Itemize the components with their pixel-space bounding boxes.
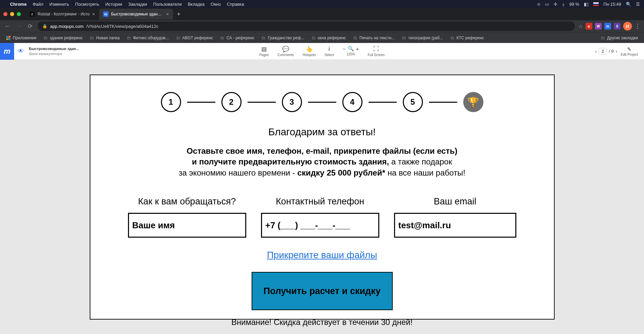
hotspots-button[interactable]: 👆Hotspots xyxy=(303,46,316,57)
hotspots-icon: 👆 xyxy=(306,46,313,52)
zoom-control[interactable]: −🔍+ 125% xyxy=(343,46,359,56)
trophy-icon: 🏆 xyxy=(467,97,479,108)
mac-menu-item[interactable]: Посмотреть xyxy=(75,2,99,7)
mac-menu-item[interactable]: Справка xyxy=(227,2,244,7)
reload-button[interactable]: ⟳ xyxy=(26,23,34,30)
status-icon[interactable]: ⎋ xyxy=(538,2,540,7)
wifi-icon[interactable]: ⏚ xyxy=(562,2,565,7)
clock[interactable]: Пн 15:49 xyxy=(603,2,621,7)
mac-menu-item[interactable]: Пользователи xyxy=(153,2,182,7)
zoom-in-icon[interactable]: + xyxy=(356,46,359,52)
flag-ru-icon[interactable] xyxy=(593,2,599,6)
extension-icon[interactable]: S xyxy=(614,23,620,30)
bookmark-folder[interactable]: 🗀ABGT референс xyxy=(174,34,216,42)
bookmark-folder[interactable]: 🗀окна референс xyxy=(309,34,349,42)
select-button[interactable]: ᎥSelect xyxy=(325,46,334,57)
submit-button[interactable]: Получить расчет и скидку xyxy=(252,272,393,310)
url-path: /VNdAcUe6TK/view/page/a604a412c xyxy=(86,24,159,29)
name-input[interactable] xyxy=(128,213,246,238)
form-row: Как к вам обращаться? Контактный телефон… xyxy=(90,196,554,238)
pages-button[interactable]: ▤Pages xyxy=(259,46,269,57)
close-tab-icon[interactable]: × xyxy=(92,11,95,17)
close-tab-icon[interactable]: × xyxy=(166,11,169,17)
minimize-window-icon[interactable] xyxy=(10,12,14,16)
favicon-icon: r xyxy=(30,11,35,17)
bookmark-folder[interactable]: 🗀Гражданство реф... xyxy=(259,34,307,42)
other-bookmarks[interactable]: 🗀Другие закладки xyxy=(598,34,641,42)
step-final-circle: 🏆 xyxy=(463,92,483,112)
preview-mode-icon[interactable]: 👁 xyxy=(14,48,28,55)
zoom-level: 125% xyxy=(346,52,355,56)
mac-menu-app[interactable]: Chrome xyxy=(10,2,27,7)
extension-icon[interactable]: ⎋ xyxy=(586,23,592,30)
maximize-window-icon[interactable] xyxy=(17,12,21,16)
zoom-out-icon[interactable]: − xyxy=(343,46,346,52)
bookmark-folder[interactable]: 🗀здания референс xyxy=(41,34,85,42)
folder-icon: 🗀 xyxy=(176,36,180,40)
mac-menu-item[interactable]: Файл xyxy=(33,2,43,7)
lock-icon: 🔒 xyxy=(42,24,47,29)
mockup-frame: 1 2 3 4 5 🏆 Благодарим за ответы! Оставь… xyxy=(90,75,555,320)
bookmark-label: Другие закладки xyxy=(607,36,638,40)
edit-project-button[interactable]: ✎ Edit Project xyxy=(621,46,638,56)
folder-icon: 🗀 xyxy=(262,36,266,40)
bluetooth-icon[interactable]: ✢ xyxy=(554,2,557,7)
bookmark-folder[interactable]: 🗀КТС референс xyxy=(448,34,487,42)
attach-link[interactable]: Прикрепите ваши файлы xyxy=(267,250,377,260)
spotlight-icon[interactable]: 🔍 xyxy=(626,2,631,7)
next-page-button[interactable]: › xyxy=(616,48,617,54)
page-current-input[interactable] xyxy=(599,48,607,55)
bookmark-folder[interactable]: 🗀Новая папка xyxy=(87,34,122,42)
project-title: Быстровозводимые здан... xyxy=(29,46,79,51)
subtext-plain: на все наши работы! xyxy=(385,168,466,177)
new-tab-button[interactable]: + xyxy=(173,11,185,18)
address-field[interactable]: 🔒 app.moqups.com/VNdAcUe6TK/view/page/a6… xyxy=(38,21,575,31)
fullscreen-button[interactable]: ⛶Full Screen xyxy=(368,46,385,57)
folder-icon: 🗀 xyxy=(312,36,316,40)
bookmark-folder[interactable]: 🗀Фитнес оборудов... xyxy=(124,34,171,42)
step-connector xyxy=(187,102,215,103)
phone-input[interactable] xyxy=(261,213,379,238)
app-logo[interactable]: m xyxy=(0,43,14,60)
pencil-icon: ✎ xyxy=(627,46,632,52)
comments-button[interactable]: 💬Comments xyxy=(277,46,294,57)
folder-icon: 🗀 xyxy=(353,36,357,40)
mac-menu-item[interactable]: История xyxy=(105,2,122,7)
email-input[interactable] xyxy=(394,213,516,238)
bookmark-folder[interactable]: 🗀СА - референс xyxy=(218,34,257,42)
battery-percent: 99 % xyxy=(569,2,579,7)
subtext-plain: а также подарок xyxy=(389,157,452,166)
cast-icon[interactable]: ▭ xyxy=(545,2,549,7)
profile-avatar[interactable]: И xyxy=(623,22,632,31)
canvas-area[interactable]: 1 2 3 4 5 🏆 Благодарим за ответы! Оставь… xyxy=(0,60,644,334)
extension-icon[interactable]: W xyxy=(595,23,602,30)
bookmark-label: типография (раб... xyxy=(408,36,443,40)
email-field: Ваш email xyxy=(394,196,516,238)
subtext-bold: и получите предварительную стоимость зда… xyxy=(192,157,389,166)
bookmark-label: СА - референс xyxy=(226,36,254,40)
browser-menu-icon[interactable]: ⋮ xyxy=(635,22,641,30)
window-controls[interactable] xyxy=(3,12,21,16)
apps-bookmark[interactable]: Приложения xyxy=(3,34,39,42)
app-toolbar: m 👁 Быстровозводимые здан... Шаги кальку… xyxy=(0,43,644,60)
browser-tab[interactable]: r Roistat - Коллтрекинг - Исто × xyxy=(26,9,99,19)
mac-menu-item[interactable]: Вкладка xyxy=(188,2,205,7)
extension-icon[interactable]: m xyxy=(604,23,611,30)
project-info[interactable]: Быстровозводимые здан... Шаги калькулято… xyxy=(28,46,79,56)
mac-menu-item[interactable]: Изменить xyxy=(49,2,69,7)
mac-menu-item[interactable]: Окно xyxy=(211,2,221,7)
mac-menu-item[interactable]: Закладки xyxy=(128,2,147,7)
bookmark-label: здания референс xyxy=(50,36,83,40)
prev-page-button[interactable]: ‹ xyxy=(595,48,597,54)
star-icon[interactable]: ☆ xyxy=(578,23,583,30)
toolbar-label: Comments xyxy=(277,53,294,57)
battery-icon[interactable]: ▮▯ xyxy=(584,2,589,7)
browser-tab-active[interactable]: m Быстровозводимые здания (К × xyxy=(99,9,173,19)
zoom-search-icon[interactable]: 🔍 xyxy=(348,46,354,52)
menu-icon[interactable]: ☰ xyxy=(636,2,640,7)
close-window-icon[interactable] xyxy=(3,12,7,16)
back-button[interactable]: ← xyxy=(3,23,11,30)
page-total: / 9 xyxy=(609,49,613,54)
bookmark-folder[interactable]: 🗀Печать на тексти... xyxy=(351,34,397,42)
bookmark-folder[interactable]: 🗀типография (раб... xyxy=(399,34,446,42)
